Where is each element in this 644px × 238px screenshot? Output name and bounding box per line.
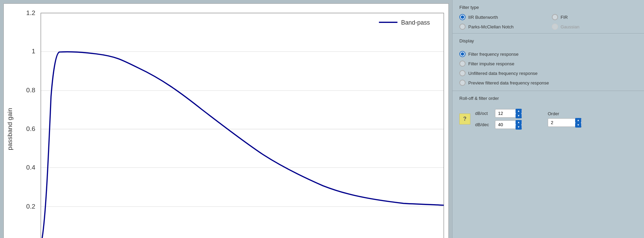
db-oct-down[interactable]: ▼ xyxy=(516,114,522,118)
filter-option-fir[interactable]: FIR xyxy=(552,14,637,20)
db-dec-row: dB/dec ▲ ▼ xyxy=(475,120,522,129)
display-option-preview[interactable]: Preview filtered data frequency response xyxy=(459,80,637,86)
y-tick-1: 1 xyxy=(32,48,35,55)
order-spinner[interactable]: ▲ ▼ xyxy=(548,118,582,127)
display-label-unfiltered: Unfiltered data frequency response xyxy=(468,71,537,76)
filter-type-section: Filter type IIR Butterworth FIR Parks-Mc… xyxy=(453,0,644,34)
filter-option-parks[interactable]: Parks-McClellan Notch xyxy=(459,24,545,30)
db-dec-down[interactable]: ▼ xyxy=(516,125,522,130)
filter-option-iir[interactable]: IIR Butterworth xyxy=(459,14,545,20)
display-label-impulse: Filter impulse response xyxy=(468,61,514,66)
order-label: Order xyxy=(548,111,559,116)
filter-type-grid: IIR Butterworth FIR Parks-McClellan Notc… xyxy=(459,14,637,30)
filter-radio-gaussian[interactable] xyxy=(552,24,558,30)
db-oct-up[interactable]: ▲ xyxy=(516,109,522,114)
right-panel: Filter type IIR Butterworth FIR Parks-Mc… xyxy=(452,0,644,238)
display-radio-unfiltered[interactable] xyxy=(459,70,466,76)
rolloff-title: Roll-off & filter order xyxy=(459,96,637,101)
y-axis-label: passband gain xyxy=(6,108,13,150)
display-radio-preview[interactable] xyxy=(459,80,466,86)
order-section: Order ▲ ▼ xyxy=(548,111,582,127)
order-down[interactable]: ▼ xyxy=(575,123,581,128)
chart-area: 1.2 1 0.8 0.6 0.4 0.2 xyxy=(3,3,449,238)
display-option-impulse[interactable]: Filter impulse response xyxy=(459,61,637,67)
db-dec-arrows: ▲ ▼ xyxy=(516,120,522,130)
db-oct-label: dB/oct xyxy=(475,111,492,116)
display-option-freq[interactable]: Filter frequency response xyxy=(459,51,637,57)
display-title: Display xyxy=(459,38,637,43)
filter-label-iir: IIR Butterworth xyxy=(468,15,498,20)
db-dec-spinner[interactable]: ▲ ▼ xyxy=(495,120,522,129)
filter-label-parks: Parks-McClellan Notch xyxy=(468,24,513,29)
question-box[interactable]: ? xyxy=(459,114,470,124)
display-label-freq: Filter frequency response xyxy=(468,52,519,57)
display-option-unfiltered[interactable]: Unfiltered data frequency response xyxy=(459,70,637,76)
rolloff-section: Roll-off & filter order ? dB/oct ▲ ▼ xyxy=(453,91,644,134)
db-oct-spinner[interactable]: ▲ ▼ xyxy=(495,109,522,118)
display-radio-impulse[interactable] xyxy=(459,61,466,67)
order-arrows: ▲ ▼ xyxy=(575,118,581,128)
display-radio-freq[interactable] xyxy=(459,51,466,57)
filter-label-fir: FIR xyxy=(561,15,568,20)
order-up[interactable]: ▲ xyxy=(575,118,581,123)
filter-option-gaussian[interactable]: Gaussian xyxy=(552,24,637,30)
y-tick-0-4: 0.4 xyxy=(26,164,35,171)
display-section: Display Filter frequency response Filter… xyxy=(453,34,644,91)
filter-type-title: Filter type xyxy=(459,5,637,10)
y-tick-0-8: 0.8 xyxy=(26,87,35,94)
db-oct-row: dB/oct ▲ ▼ xyxy=(475,109,522,118)
db-controls: dB/oct ▲ ▼ dB/dec xyxy=(475,109,522,129)
display-label-preview: Preview filtered data frequency response xyxy=(468,80,549,85)
db-dec-up[interactable]: ▲ xyxy=(516,120,522,125)
legend-label: Band-pass xyxy=(401,19,430,26)
db-oct-arrows: ▲ ▼ xyxy=(516,109,522,118)
rolloff-controls-row: ? dB/oct ▲ ▼ xyxy=(459,109,637,129)
filter-radio-parks[interactable] xyxy=(459,24,466,30)
filter-label-gaussian: Gaussian xyxy=(561,24,580,29)
y-tick-0-2: 0.2 xyxy=(26,203,35,210)
filter-radio-iir[interactable] xyxy=(459,14,466,20)
svg-rect-0 xyxy=(4,4,448,238)
db-dec-label: dB/dec xyxy=(475,122,492,127)
filter-radio-fir[interactable] xyxy=(552,14,558,20)
y-tick-1-2: 1.2 xyxy=(26,9,35,16)
y-tick-0-6: 0.6 xyxy=(26,125,35,132)
